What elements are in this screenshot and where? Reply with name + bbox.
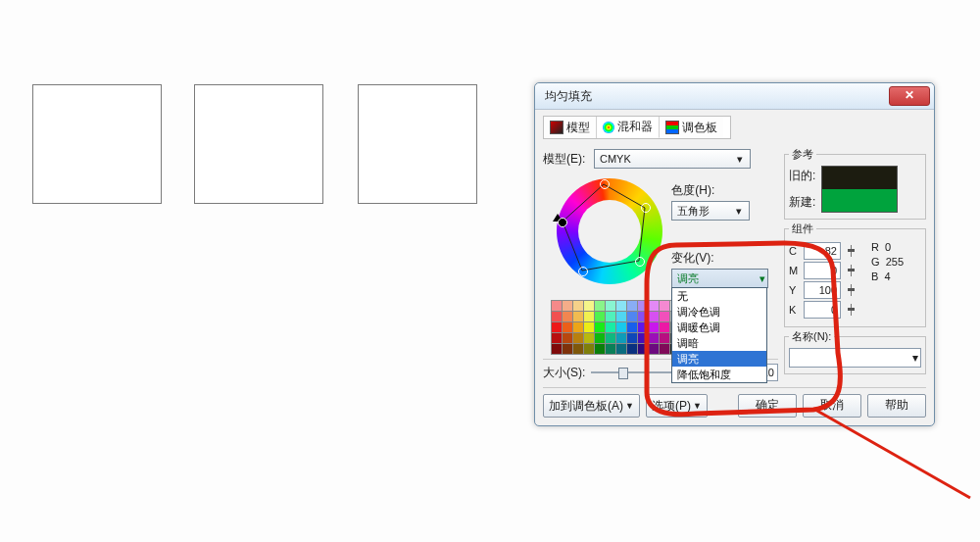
variation-option-lighter[interactable]: 调亮 <box>672 351 766 367</box>
uniform-fill-dialog: 均匀填充 ✕ 模型 混和器 调色板 模型(E): <box>534 82 935 426</box>
chevron-down-icon: ▾ <box>912 351 918 365</box>
dialog-footer: 加到调色板(A)▼ 选项(P)▼ 确定 取消 帮助 <box>543 387 926 418</box>
color-model-combo[interactable]: CMYK ▾ <box>594 149 751 169</box>
variation-palette-grid[interactable] <box>551 300 681 355</box>
model-label: 模型(E): <box>543 151 590 168</box>
hue-harmony-combo[interactable]: 五角形 ▾ <box>671 201 750 221</box>
canvas-rect-3 <box>358 84 477 204</box>
variation-option-desat[interactable]: 降低饱和度 <box>672 367 766 382</box>
color-model-value: CMYK <box>600 153 631 165</box>
variation-option-none[interactable]: 无 <box>672 288 766 304</box>
c-value[interactable]: 82 <box>804 242 841 260</box>
color-name-combo[interactable]: ▾ <box>789 348 921 368</box>
m-value[interactable]: 0 <box>804 262 841 279</box>
chevron-down-icon: ▼ <box>693 396 702 416</box>
tab-model-label: 模型 <box>566 120 590 136</box>
size-label: 大小(S): <box>543 365 585 381</box>
chevron-down-icon: ▾ <box>732 205 746 218</box>
hue-harmony-value: 五角形 <box>677 204 710 219</box>
name-group: 名称(N): ▾ <box>784 329 926 374</box>
variation-option-darker[interactable]: 调暗 <box>672 335 766 351</box>
variation-option-warmer[interactable]: 调暖色调 <box>672 320 766 335</box>
rgb-readout: R 0 G 255 B 4 <box>871 240 904 320</box>
tab-mixer-label: 混和器 <box>617 119 653 135</box>
reference-group: 参考 旧的: 新建: <box>784 147 926 220</box>
chevron-down-icon: ▾ <box>760 272 765 285</box>
old-color-swatch[interactable] <box>822 167 897 189</box>
chevron-down-icon: ▼ <box>625 396 634 416</box>
mixer-icon <box>603 122 614 133</box>
help-button[interactable]: 帮助 <box>867 394 926 418</box>
tab-palette-label: 调色板 <box>682 120 717 136</box>
ok-button[interactable]: 确定 <box>738 394 797 418</box>
old-color-label: 旧的: <box>789 168 815 184</box>
canvas-rect-1 <box>32 84 162 204</box>
new-color-swatch[interactable] <box>822 189 897 212</box>
name-legend: 名称(N): <box>789 329 834 344</box>
hue-label: 色度(H): <box>671 182 760 199</box>
variation-option-cooler[interactable]: 调冷色调 <box>672 304 766 320</box>
y-value[interactable]: 100 <box>804 281 841 299</box>
c-slider[interactable] <box>844 243 858 259</box>
add-to-palette-button[interactable]: 加到调色板(A)▼ <box>543 394 640 418</box>
model-icon <box>550 121 564 134</box>
tab-mixer[interactable]: 混和器 <box>597 117 660 138</box>
variation-value: 调亮 <box>677 271 699 286</box>
variation-combo[interactable]: 调亮 ▾ 无 调冷色调 调暖色调 调暗 调亮 降低饱和度 <box>671 269 768 288</box>
cancel-button[interactable]: 取消 <box>803 394 861 418</box>
tab-strip: 模型 混和器 调色板 <box>543 116 731 139</box>
variation-label: 变化(V): <box>671 250 760 267</box>
canvas-rect-2 <box>194 84 323 204</box>
components-group: 组件 C82 M0 Y100 K0 R 0 G 255 B 4 <box>784 222 926 327</box>
k-slider[interactable] <box>844 302 858 318</box>
dialog-title: 均匀填充 <box>545 83 592 109</box>
reference-legend: 参考 <box>789 147 816 162</box>
chevron-down-icon: ▾ <box>733 153 747 166</box>
k-value[interactable]: 0 <box>804 301 841 319</box>
new-color-label: 新建: <box>789 194 815 211</box>
variation-dropdown-list: 无 调冷色调 调暖色调 调暗 调亮 降低饱和度 <box>671 287 767 383</box>
components-legend: 组件 <box>789 222 816 236</box>
options-button[interactable]: 选项(P)▼ <box>646 394 708 418</box>
close-button[interactable]: ✕ <box>889 86 930 106</box>
y-slider[interactable] <box>844 282 858 298</box>
size-slider-thumb[interactable] <box>618 368 628 379</box>
tab-model[interactable]: 模型 <box>544 117 597 138</box>
tab-palette[interactable]: 调色板 <box>660 117 723 138</box>
color-wheel[interactable] <box>551 176 668 292</box>
reference-swatch <box>821 166 898 213</box>
palette-icon <box>665 121 679 134</box>
m-slider[interactable] <box>844 263 858 278</box>
titlebar[interactable]: 均匀填充 ✕ <box>535 83 934 110</box>
